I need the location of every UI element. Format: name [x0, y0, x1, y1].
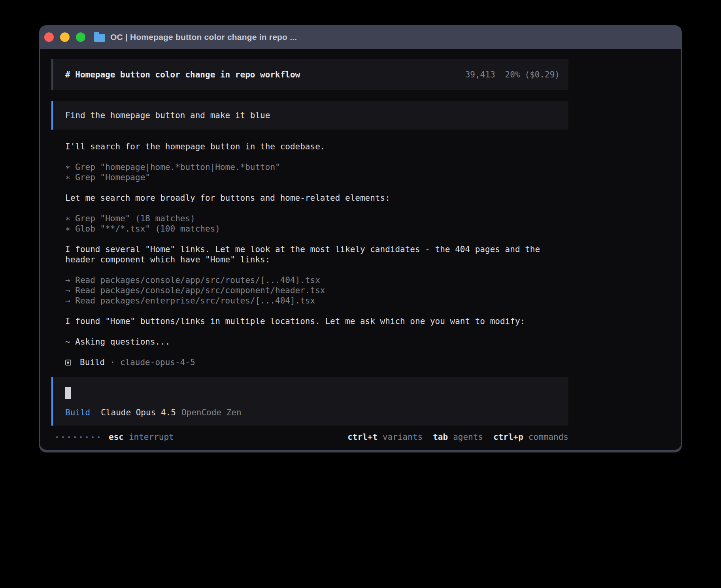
- titlebar[interactable]: OC | Homepage button color change in rep…: [39, 25, 682, 49]
- dot: [80, 436, 82, 438]
- agent-status-row: Build · claude-opus-4-5: [51, 357, 568, 368]
- terminal-window: OC | Homepage button color change in rep…: [39, 25, 682, 452]
- model-label[interactable]: Claude Opus 4.5: [101, 407, 176, 418]
- interrupt-label: interrupt: [129, 432, 174, 442]
- session-stats: 39,41320%($0.29): [465, 70, 560, 80]
- zoom-button[interactable]: [76, 32, 85, 42]
- hint-key: ctrl+p: [493, 432, 523, 442]
- statusbar-right: ctrl+t variants tab agents ctrl+p comman…: [337, 432, 568, 442]
- assistant-text: I found "Home" buttons/links in multiple…: [51, 316, 568, 326]
- session-cost: ($0.29): [525, 70, 560, 79]
- tool-call-text: Grep "Homepage": [75, 173, 150, 182]
- token-count: 39,413: [465, 70, 495, 79]
- tool-call-text: Read packages/console/app/src/component/…: [75, 286, 325, 295]
- user-message-text: Find the homepage button and make it blu…: [65, 110, 270, 121]
- agent-separator: ·: [110, 357, 115, 368]
- provider-label: OpenCode Zen: [181, 407, 242, 418]
- tool-prefix-icon: ∗: [65, 162, 75, 172]
- build-agent-icon: [65, 360, 71, 366]
- assistant-text: I found several "Home" links. Let me loo…: [51, 244, 568, 265]
- dot: [56, 436, 58, 438]
- status-bar: esc interrupt ctrl+t variants tab agents…: [51, 432, 568, 442]
- hint-label: commands: [528, 432, 568, 442]
- tool-prefix-icon: ∗: [65, 214, 75, 223]
- assistant-text: I'll search for the homepage button in t…: [51, 141, 568, 152]
- interrupt-key: esc: [109, 432, 124, 442]
- dot: [98, 436, 100, 438]
- window-title: OC | Homepage button color change in rep…: [110, 32, 297, 42]
- tool-call-glob: ∗ Glob "**/*.tsx" (100 matches): [51, 224, 568, 234]
- text-cursor: [65, 387, 71, 399]
- hint-key: tab: [433, 432, 448, 442]
- status-text: ~ Asking questions...: [51, 337, 568, 347]
- read-arrow-icon: →: [65, 296, 75, 305]
- hint-label: agents: [453, 432, 483, 442]
- traffic-lights: [39, 32, 85, 42]
- statusbar-left: esc interrupt: [51, 432, 174, 442]
- progress-dots: [56, 436, 100, 438]
- hint-agents: tab agents: [433, 432, 483, 442]
- dot: [62, 436, 64, 438]
- terminal-content: # Homepage button color change in repo w…: [40, 49, 681, 450]
- close-button[interactable]: [44, 32, 54, 42]
- hint-commands: ctrl+p commands: [493, 432, 568, 442]
- minimize-button[interactable]: [60, 32, 70, 42]
- tool-call-grep: ∗ Grep "Home" (18 matches): [51, 213, 568, 224]
- tool-call-read: → Read packages/enterprise/src/routes/[.…: [51, 296, 568, 306]
- tool-call-text: Grep "Home" (18 matches): [75, 214, 195, 223]
- read-arrow-icon: →: [65, 275, 75, 285]
- session-header: # Homepage button color change in repo w…: [51, 59, 568, 90]
- conversation: I'll search for the homepage button in t…: [51, 141, 568, 368]
- input-meta-row: Build Claude Opus 4.5 OpenCode Zen: [65, 407, 568, 418]
- tool-prefix-icon: ∗: [65, 173, 75, 182]
- dot: [86, 436, 88, 438]
- tool-call-read: → Read packages/console/app/src/routes/[…: [51, 275, 568, 285]
- dot: [68, 436, 70, 438]
- hint-label: variants: [383, 432, 423, 442]
- session-title: # Homepage button color change in repo w…: [65, 70, 300, 80]
- tool-call-text: Read packages/console/app/src/routes/[..…: [75, 275, 320, 285]
- agent-name: Build: [80, 357, 105, 368]
- tool-call-text: Read packages/enterprise/src/routes/[...…: [75, 296, 315, 305]
- tool-call-grep: ∗ Grep "homepage|home.*button|Home.*butt…: [51, 162, 568, 172]
- tool-call-text: Grep "homepage|home.*button|Home.*button…: [75, 162, 280, 172]
- dot: [74, 436, 76, 438]
- tool-prefix-icon: ∗: [65, 224, 75, 234]
- prompt-input[interactable]: Build Claude Opus 4.5 OpenCode Zen: [51, 377, 568, 426]
- hint-key: ctrl+t: [347, 432, 377, 442]
- agent-mode-label[interactable]: Build: [65, 407, 90, 418]
- agent-model: claude-opus-4-5: [120, 357, 195, 368]
- tool-call-grep: ∗ Grep "Homepage": [51, 172, 568, 183]
- hint-variants: ctrl+t variants: [347, 432, 423, 442]
- assistant-text: Let me search more broadly for buttons a…: [51, 193, 568, 203]
- tool-call-read: → Read packages/console/app/src/componen…: [51, 285, 568, 296]
- tool-call-text: Glob "**/*.tsx" (100 matches): [75, 224, 220, 234]
- title-area: OC | Homepage button color change in rep…: [94, 32, 297, 42]
- folder-icon: [94, 34, 105, 42]
- dot: [92, 436, 94, 438]
- read-arrow-icon: →: [65, 286, 75, 295]
- user-message: Find the homepage button and make it blu…: [51, 101, 568, 130]
- context-percent: 20%: [505, 70, 520, 79]
